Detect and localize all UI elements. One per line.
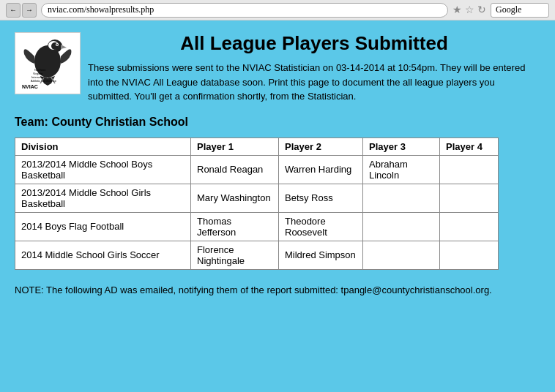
col-header-player4: Player 4 bbox=[440, 137, 499, 155]
cell-player3: Abraham Lincoln bbox=[363, 155, 440, 184]
cell-player4 bbox=[440, 184, 499, 212]
col-header-player1: Player 1 bbox=[191, 137, 279, 155]
cell-player4 bbox=[440, 212, 499, 241]
cell-player3 bbox=[363, 241, 440, 269]
table-row: 2014 Middle School Girls SoccerFlorence … bbox=[15, 241, 499, 269]
cell-player1: Mary Washington bbox=[191, 184, 279, 212]
cell-player4 bbox=[440, 241, 499, 269]
team-heading: Team: County Christian School bbox=[15, 116, 540, 129]
svg-marker-2 bbox=[61, 45, 67, 49]
nviac-logo: NVIAC Northern Virginia Interscholastic … bbox=[18, 36, 77, 91]
cell-player2: Warren Harding bbox=[279, 155, 363, 184]
page-content: NVIAC Northern Virginia Interscholastic … bbox=[0, 20, 555, 392]
svg-text:NVIAC: NVIAC bbox=[22, 84, 38, 89]
url-text: nviac.com/showalpresults.php bbox=[48, 4, 154, 15]
note-text: NOTE: The following AD was emailed, noti… bbox=[15, 284, 540, 295]
cell-division: 2013/2014 Middle School Boys Basketball bbox=[15, 155, 191, 184]
browser-icons: ★ ☆ ↻ bbox=[452, 4, 486, 16]
google-label: Google bbox=[496, 4, 521, 15]
col-header-player3: Player 3 bbox=[363, 137, 440, 155]
refresh-icon[interactable]: ↻ bbox=[477, 4, 486, 16]
svg-text:Athletic Conference: Athletic Conference bbox=[31, 79, 57, 83]
header-section: NVIAC Northern Virginia Interscholastic … bbox=[15, 32, 540, 104]
address-bar[interactable]: nviac.com/showalpresults.php bbox=[41, 3, 448, 18]
cell-player4 bbox=[440, 155, 499, 184]
star2-icon[interactable]: ☆ bbox=[465, 4, 474, 16]
svg-point-6 bbox=[56, 44, 58, 45]
cell-player3 bbox=[363, 212, 440, 241]
subtitle-text: These submissions were sent to the NVIAC… bbox=[88, 61, 540, 104]
cell-player2: Betsy Ross bbox=[279, 184, 363, 212]
cell-player1: Ronald Reagan bbox=[191, 155, 279, 184]
star-icon[interactable]: ★ bbox=[452, 4, 462, 16]
logo-box: NVIAC Northern Virginia Interscholastic … bbox=[15, 32, 81, 94]
google-search-box[interactable]: Google bbox=[491, 3, 549, 18]
players-table: Division Player 1 Player 2 Player 3 Play… bbox=[15, 137, 499, 270]
col-header-player2: Player 2 bbox=[279, 137, 363, 155]
header-text: All League Players Submitted These submi… bbox=[88, 32, 540, 104]
page-title: All League Players Submitted bbox=[88, 32, 540, 55]
back-button[interactable]: ← bbox=[6, 3, 21, 18]
cell-division: 2014 Boys Flag Football bbox=[15, 212, 191, 241]
table-row: 2013/2014 Middle School Girls Basketball… bbox=[15, 184, 499, 212]
cell-player3 bbox=[363, 184, 440, 212]
nav-buttons[interactable]: ← → bbox=[6, 3, 37, 18]
cell-player2: Mildred Simpson bbox=[279, 241, 363, 269]
cell-division: 2013/2014 Middle School Girls Basketball bbox=[15, 184, 191, 212]
cell-division: 2014 Middle School Girls Soccer bbox=[15, 241, 191, 269]
cell-player2: Theodore Roosevelt bbox=[279, 212, 363, 241]
table-row: 2014 Boys Flag FootballThomas JeffersonT… bbox=[15, 212, 499, 241]
forward-button[interactable]: → bbox=[22, 3, 37, 18]
logo-area: NVIAC Northern Virginia Interscholastic … bbox=[15, 32, 88, 94]
cell-player1: Thomas Jefferson bbox=[191, 212, 279, 241]
browser-bar: ← → nviac.com/showalpresults.php ★ ☆ ↻ G… bbox=[0, 0, 555, 20]
cell-player1: Florence Nightingale bbox=[191, 241, 279, 269]
col-header-division: Division bbox=[15, 137, 191, 155]
table-row: 2013/2014 Middle School Boys BasketballR… bbox=[15, 155, 499, 184]
